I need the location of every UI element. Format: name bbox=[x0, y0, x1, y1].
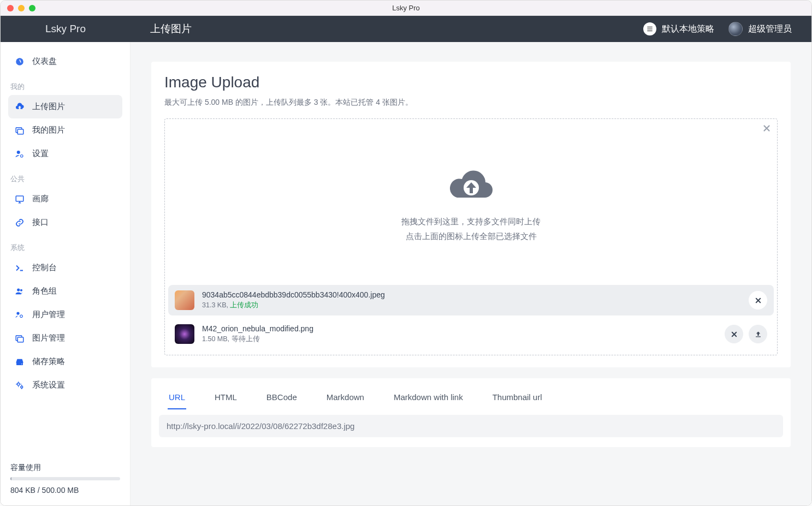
nav-settings[interactable]: 设置 bbox=[8, 142, 122, 165]
svg-rect-1 bbox=[647, 28, 652, 29]
file-thumbnail bbox=[175, 324, 194, 344]
svg-point-11 bbox=[16, 312, 19, 314]
link-tabs: URL HTML BBCode Markdown Markdown with l… bbox=[157, 386, 785, 409]
nav-group-system: 系统 bbox=[8, 234, 122, 256]
dropzone-text-2: 点击上面的图标上传全部已选择文件 bbox=[401, 229, 541, 243]
svg-point-9 bbox=[17, 288, 20, 291]
nav-my-images[interactable]: 我的图片 bbox=[8, 118, 122, 142]
images-icon bbox=[15, 334, 25, 343]
nav-label: 我的图片 bbox=[32, 125, 65, 135]
svg-rect-14 bbox=[17, 337, 23, 342]
tab-bbcode[interactable]: BBCode bbox=[265, 388, 298, 409]
nav-group-public: 公共 bbox=[8, 165, 122, 187]
remove-file-button[interactable] bbox=[749, 291, 767, 309]
upload-file-button[interactable] bbox=[749, 325, 767, 343]
page-title: Image Upload bbox=[164, 74, 778, 91]
main-content: Image Upload 最大可上传 5.00 MB 的图片，上传队列最多 3 … bbox=[131, 42, 811, 505]
nav-label: 用户管理 bbox=[32, 309, 65, 320]
page-subtitle: 最大可上传 5.00 MB 的图片，上传队列最多 3 张。本站已托管 4 张图片… bbox=[164, 98, 778, 108]
remove-file-button[interactable] bbox=[725, 325, 743, 343]
nav-dashboard[interactable]: 仪表盘 bbox=[8, 50, 122, 73]
nav-group-my: 我的 bbox=[8, 73, 122, 95]
nav-label: 仪表盘 bbox=[32, 56, 57, 67]
svg-point-12 bbox=[20, 315, 23, 318]
dropzone-inner[interactable]: 拖拽文件到这里，支持多文件同时上传 点击上面的图标上传全部已选择文件 bbox=[165, 119, 777, 282]
images-icon bbox=[15, 126, 25, 135]
monitor-icon bbox=[15, 194, 25, 204]
nav-label: 设置 bbox=[32, 148, 49, 159]
window-title: Lsky Pro bbox=[392, 4, 420, 12]
nav-label: 储存策略 bbox=[32, 356, 65, 367]
svg-point-3 bbox=[16, 58, 23, 66]
capacity-bar bbox=[10, 477, 120, 480]
maximize-window-button[interactable] bbox=[29, 5, 35, 11]
nav-label: 角色组 bbox=[32, 286, 57, 296]
file-thumbnail bbox=[175, 290, 194, 310]
file-meta: 1.50 MB, 等待上传 bbox=[202, 335, 717, 344]
svg-rect-5 bbox=[17, 129, 23, 134]
capacity-widget: 容量使用 804 KB / 500.00 MB bbox=[8, 457, 122, 505]
capacity-text: 804 KB / 500.00 MB bbox=[10, 486, 120, 495]
users-cog-icon bbox=[15, 310, 25, 320]
brand[interactable]: Lsky Pro bbox=[1, 23, 131, 35]
dropzone[interactable]: 拖拽文件到这里，支持多文件同时上传 点击上面的图标上传全部已选择文件 9034a… bbox=[164, 118, 778, 355]
svg-point-6 bbox=[17, 151, 20, 154]
avatar bbox=[728, 22, 743, 36]
strategy-label: 默认本地策略 bbox=[662, 23, 714, 35]
svg-point-7 bbox=[21, 154, 23, 157]
upload-card: Image Upload 最大可上传 5.00 MB 的图片，上传队列最多 3 … bbox=[151, 62, 791, 367]
users-icon bbox=[15, 287, 25, 296]
nav-roles[interactable]: 角色组 bbox=[8, 279, 122, 303]
app-window: Lsky Pro Lsky Pro 上传图片 默认本地策略 超级管理员 bbox=[0, 0, 812, 506]
nav-label: 系统设置 bbox=[32, 380, 65, 390]
mac-titlebar: Lsky Pro bbox=[1, 1, 811, 16]
tab-thumbnail[interactable]: Thumbnail url bbox=[491, 388, 543, 409]
terminal-icon bbox=[15, 263, 25, 273]
file-row[interactable]: M42_orion_nebula_modified.png 1.50 MB, 等… bbox=[168, 319, 774, 349]
svg-rect-2 bbox=[647, 31, 652, 31]
nav-label: 画廊 bbox=[32, 194, 49, 204]
nav-system-settings[interactable]: 系统设置 bbox=[8, 373, 122, 397]
svg-point-15 bbox=[21, 364, 22, 365]
svg-rect-0 bbox=[647, 27, 652, 27]
minimize-window-button[interactable] bbox=[18, 5, 25, 11]
strategy-selector[interactable]: 默认本地策略 bbox=[643, 22, 714, 35]
nav-user-manage[interactable]: 用户管理 bbox=[8, 303, 122, 326]
nav-storage[interactable]: 储存策略 bbox=[8, 350, 122, 373]
sidebar: 仪表盘 我的 上传图片 我的图片 设置 公共 bbox=[1, 42, 131, 505]
nav-label: 接口 bbox=[32, 217, 49, 228]
drive-icon bbox=[15, 357, 25, 367]
link-output[interactable]: http://lsky-pro.local/i/2022/03/08/62272… bbox=[159, 415, 783, 437]
cloud-upload-icon bbox=[15, 102, 25, 112]
clear-queue-button[interactable] bbox=[762, 123, 772, 135]
tab-html[interactable]: HTML bbox=[214, 388, 238, 409]
cogs-icon bbox=[15, 380, 25, 390]
close-window-button[interactable] bbox=[7, 5, 14, 11]
user-menu[interactable]: 超级管理员 bbox=[728, 22, 792, 36]
page-header-title: 上传图片 bbox=[131, 22, 643, 36]
cloud-upload-icon bbox=[447, 168, 495, 204]
nav-gallery[interactable]: 画廊 bbox=[8, 187, 122, 211]
link-icon bbox=[15, 218, 25, 228]
list-icon bbox=[643, 22, 656, 35]
svg-rect-8 bbox=[16, 196, 23, 201]
nav-label: 上传图片 bbox=[32, 102, 65, 112]
nav-image-manage[interactable]: 图片管理 bbox=[8, 326, 122, 350]
file-name: 9034ab5cc0844ebdbb39dc0055bb3430!400x400… bbox=[202, 290, 741, 299]
nav-api[interactable]: 接口 bbox=[8, 211, 122, 234]
file-meta: 31.3 KB, 上传成功 bbox=[202, 301, 741, 310]
user-cog-icon bbox=[15, 149, 25, 159]
user-name: 超级管理员 bbox=[748, 23, 792, 35]
tab-markdown-link[interactable]: Markdown with link bbox=[393, 388, 464, 409]
nav-label: 图片管理 bbox=[32, 333, 65, 343]
nav-console[interactable]: 控制台 bbox=[8, 256, 122, 279]
file-row[interactable]: 9034ab5cc0844ebdbb39dc0055bb3430!400x400… bbox=[168, 285, 774, 315]
svg-point-17 bbox=[21, 386, 23, 388]
topbar: Lsky Pro 上传图片 默认本地策略 超级管理员 bbox=[1, 16, 811, 42]
tab-url[interactable]: URL bbox=[168, 388, 186, 409]
file-name: M42_orion_nebula_modified.png bbox=[202, 324, 717, 333]
svg-point-16 bbox=[17, 383, 20, 385]
nav-label: 控制台 bbox=[32, 263, 57, 273]
tab-markdown[interactable]: Markdown bbox=[325, 388, 365, 409]
nav-upload[interactable]: 上传图片 bbox=[8, 95, 122, 118]
